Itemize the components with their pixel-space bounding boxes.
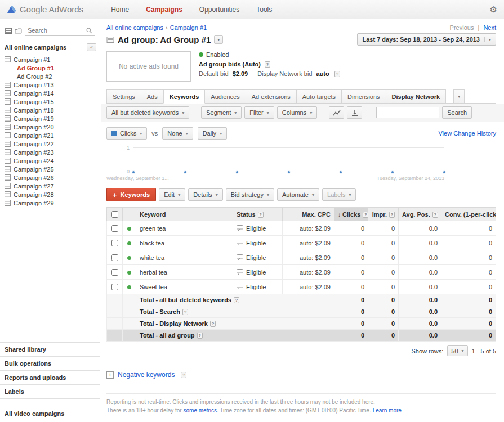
max-cpc-cell[interactable]: auto: $2.09 — [283, 280, 334, 294]
metric2-dropdown[interactable]: None▾ — [162, 127, 193, 140]
folder-view-icon[interactable] — [15, 28, 22, 34]
max-cpc-cell[interactable]: auto: $2.09 — [283, 265, 334, 280]
help-icon[interactable]: ? — [197, 333, 203, 339]
help-icon[interactable]: ? — [389, 212, 395, 218]
some-metrics-link[interactable]: some metrics — [183, 407, 216, 414]
column-header-max-cpc[interactable]: Max. CPC — [283, 208, 334, 221]
campaign-tree-item[interactable]: Campaign #18 — [0, 106, 100, 114]
next-link[interactable]: Next — [483, 24, 496, 31]
chart-toggle-button[interactable] — [329, 106, 344, 119]
campaign-tree-item[interactable]: Campaign #27 — [0, 182, 100, 190]
title-dropdown-button[interactable]: ▾ — [214, 35, 223, 44]
column-header-clicks[interactable]: ↓Clicks? — [334, 208, 368, 221]
column-header-impressions[interactable]: Impr.? — [368, 208, 399, 221]
help-icon[interactable]: ? — [181, 372, 186, 378]
tab[interactable]: Display Network — [386, 89, 447, 103]
help-icon[interactable]: ? — [265, 61, 270, 68]
nav-item[interactable]: Opportunities — [191, 6, 248, 14]
tab[interactable]: Audiences — [204, 89, 246, 103]
row-checkbox[interactable] — [111, 240, 118, 246]
max-cpc-cell[interactable]: auto: $2.09 — [283, 236, 334, 250]
nav-item[interactable]: Campaigns — [137, 6, 191, 14]
date-range-button[interactable]: Last 7 days: Sep 18, 2013 - Sep 24, 2013… — [357, 33, 496, 46]
help-icon[interactable]: ? — [210, 321, 216, 327]
rows-per-page-dropdown[interactable]: 50▾ — [447, 345, 467, 356]
row-checkbox[interactable] — [111, 284, 118, 290]
column-header-keyword[interactable]: Keyword — [136, 208, 233, 221]
campaign-tree-item[interactable]: Campaign #19 — [0, 114, 100, 123]
row-checkbox[interactable] — [111, 254, 118, 261]
help-icon[interactable]: ? — [182, 309, 188, 315]
campaign-tree-item[interactable]: Campaign #23 — [0, 148, 100, 156]
collapse-sidebar-button[interactable]: « — [87, 43, 96, 51]
bid-strategy-dropdown[interactable]: Bid strategy▾ — [226, 188, 274, 201]
help-icon[interactable]: ? — [258, 212, 264, 218]
campaign-tree-item[interactable]: Ad Group #2 — [0, 72, 100, 80]
keyword-enabled-dot[interactable] — [127, 241, 131, 245]
campaign-tree-item[interactable]: Campaign #26 — [0, 173, 100, 182]
campaign-tree-item[interactable]: Ad Group #1 — [0, 64, 100, 72]
details-dropdown[interactable]: Details▾ — [188, 188, 223, 201]
tab[interactable]: Ads — [141, 89, 164, 103]
max-cpc-cell[interactable]: auto: $2.09 — [283, 221, 334, 236]
select-all-checkbox[interactable] — [111, 211, 118, 218]
breadcrumb-campaign-link[interactable]: Campaign #1 — [170, 24, 207, 31]
download-button[interactable] — [347, 106, 362, 119]
nav-item[interactable]: Home — [102, 6, 137, 14]
tab[interactable]: Keywords — [163, 89, 206, 104]
campaign-tree-item[interactable]: Campaign #29 — [0, 199, 100, 207]
keyword-cell[interactable]: green tea — [136, 221, 233, 236]
campaign-tree-item[interactable]: Campaign #22 — [0, 140, 100, 148]
view-change-history-link[interactable]: View Change History — [438, 130, 496, 137]
tab[interactable]: Auto targets — [296, 89, 342, 103]
labels-dropdown[interactable]: Labels▾ — [322, 188, 356, 201]
help-icon[interactable]: ? — [334, 71, 340, 77]
all-campaigns-label[interactable]: All online campaigns — [5, 44, 66, 51]
tab[interactable]: Dimensions — [341, 89, 386, 103]
keyword-enabled-dot[interactable] — [127, 271, 131, 275]
sidebar-search-input[interactable] — [28, 27, 86, 34]
list-view-icon[interactable] — [5, 28, 12, 34]
edit-dropdown[interactable]: Edit▾ — [159, 188, 185, 201]
keyword-search-input[interactable] — [376, 107, 439, 118]
keyword-enabled-dot[interactable] — [127, 227, 131, 231]
keyword-enabled-dot[interactable] — [127, 256, 131, 260]
granularity-dropdown[interactable]: Daily▾ — [198, 127, 227, 140]
keyword-cell[interactable]: herbal tea — [136, 265, 233, 280]
adwords-logo[interactable]: Google AdWords — [7, 5, 83, 14]
filter-dropdown[interactable]: Filter▾ — [244, 106, 274, 119]
gear-icon[interactable]: ⚙ — [490, 5, 497, 15]
tab-more-dropdown[interactable]: ▾ — [453, 89, 465, 103]
campaign-tree-item[interactable]: Campaign #25 — [0, 165, 100, 173]
campaign-tree-item[interactable]: Campaign #20 — [0, 123, 100, 131]
keyword-cell[interactable]: Sweet tea — [136, 280, 233, 294]
help-icon[interactable]: ? — [432, 212, 438, 218]
campaign-tree-item[interactable]: Campaign #28 — [0, 190, 100, 199]
expand-icon[interactable]: + — [106, 371, 114, 379]
search-icon[interactable] — [86, 28, 92, 34]
previous-link[interactable]: Previous — [450, 24, 474, 31]
row-checkbox[interactable] — [111, 225, 118, 232]
column-header-avg-position[interactable]: Avg. Pos.? — [399, 208, 441, 221]
learn-more-link[interactable]: Learn more — [373, 407, 402, 414]
segment-dropdown[interactable]: Segment▾ — [201, 106, 242, 119]
negative-keywords-link[interactable]: Negative keywords — [118, 371, 175, 379]
column-header-conversions[interactable]: Conv. (1-per-click)? — [441, 208, 496, 221]
help-icon[interactable]: ? — [363, 212, 368, 218]
campaign-tree-item[interactable]: Campaign #13 — [0, 80, 100, 89]
sidebar-section-item[interactable]: Bulk operations — [0, 357, 100, 371]
sidebar-section-item[interactable]: Labels — [0, 385, 100, 399]
keyword-enabled-dot[interactable] — [127, 285, 131, 289]
campaign-tree-item[interactable]: Campaign #14 — [0, 89, 100, 97]
column-header-status[interactable]: Status? — [233, 208, 283, 221]
campaign-tree-item[interactable]: Campaign #15 — [0, 97, 100, 106]
automate-dropdown[interactable]: Automate▾ — [277, 188, 319, 201]
campaign-tree-item[interactable]: Campaign #21 — [0, 131, 100, 140]
campaign-tree-item[interactable]: Campaign #1 — [0, 55, 100, 64]
sidebar-section-video-campaigns[interactable]: All video campaigns — [0, 406, 100, 422]
sidebar-section-item[interactable]: Reports and uploads — [0, 371, 100, 385]
keywords-filter-dropdown[interactable]: All but deleted keywords▾ — [106, 106, 189, 119]
add-keywords-button[interactable]: + Keywords — [106, 188, 156, 201]
metric1-dropdown[interactable]: Clicks▾ — [106, 127, 147, 140]
nav-item[interactable]: Tools — [248, 6, 280, 14]
